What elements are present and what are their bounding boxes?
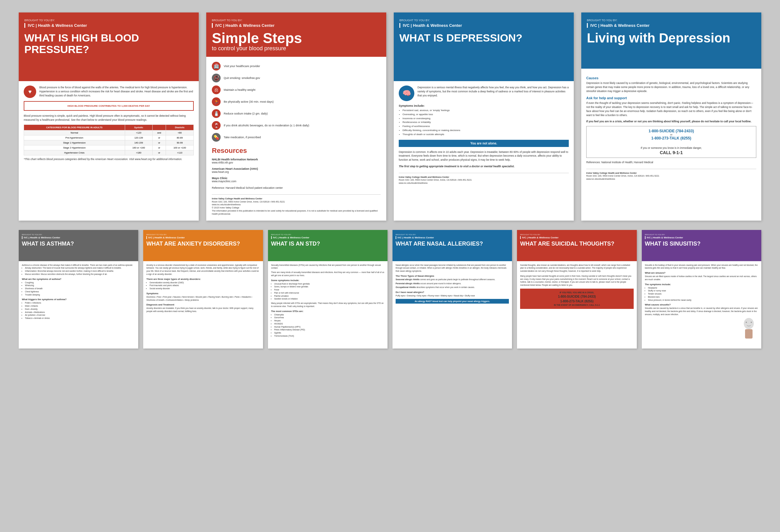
- dep-symptoms-title: Symptoms include:: [399, 104, 569, 107]
- not-alone-box: You are not alone.: [399, 140, 569, 147]
- dep-title: What Is Depression?: [399, 32, 568, 44]
- anxiety-type-1: Generalization anxiety disorder (GAD): [149, 281, 259, 284]
- svg-point-0: [744, 318, 754, 329]
- table-row: Stage 1 Hypertension140-159or90-99: [24, 140, 194, 145]
- sinusitis-causes: Sinusitis can be caused by bacteria in a…: [645, 307, 758, 316]
- symptom-5: Feeling of worthlessness: [402, 125, 569, 129]
- resource-2: American Heart Association (AHA) www.hea…: [212, 167, 381, 174]
- table-row: Normal<120and<80: [24, 130, 194, 135]
- std-common-7: Syphilis: [274, 331, 384, 335]
- living-reference: References: National Institute of Health…: [586, 160, 756, 164]
- sinusitis-type-1: Headache: [648, 286, 758, 290]
- std-logo: IVC | Health & Wellness Center: [271, 236, 384, 239]
- std-sym-4: Pain or itch with intercourse: [274, 291, 384, 295]
- living-footer-web: www.ivc.edu/student/wellness: [586, 178, 756, 181]
- step-icon-4: 🏃: [212, 97, 221, 106]
- resource-1-name: NHLBI Health Information Network: [212, 158, 381, 161]
- steps-logo: IVC | Health & Wellness Center: [212, 23, 381, 28]
- step-label-7: Take medication, if prescribed: [224, 136, 261, 139]
- hbp-body-text: Blood pressure is the force of blood aga…: [39, 86, 194, 97]
- causes-heading: Causes: [586, 76, 756, 80]
- living-title: Living with Depression: [587, 31, 755, 45]
- symptom-1: Persistent sad, anxious, or 'empty' feel…: [402, 109, 569, 113]
- steps-title: Simple Steps: [212, 31, 381, 45]
- living-body: Causes Depression is most likely caused …: [581, 69, 761, 185]
- asthma-sym-3: Shortness of breath: [25, 287, 135, 290]
- asthma-sym-5: Trouble sleeping: [25, 293, 135, 296]
- nasal-fast-box: An allergy RAST blood test can help pinp…: [396, 299, 509, 304]
- std-common-3: Herpes: [274, 319, 384, 322]
- panel-anxiety: BROUGHT TO YOU BY: IVC | Health & Wellne…: [143, 230, 263, 348]
- asthma-parts-list: Airway obstruction: The band of muscle t…: [22, 267, 135, 276]
- bottom-row: BROUGHT TO YOU BY: IVC | Health & Wellne…: [19, 230, 761, 348]
- std-fact: Many people infected with STDs are asymp…: [271, 302, 384, 308]
- panel-depression: BROUGHT TO YOU BY: IVC | Health & Wellne…: [394, 12, 574, 221]
- hbp-body: ♥ Blood pressure is the force of blood a…: [19, 81, 199, 165]
- std-sym-5: Painful urination: [274, 295, 384, 298]
- steps-footer-web: www.ivc.edu/student/wellness: [212, 203, 381, 206]
- dep-logo: IVC | Health & Wellness Center: [399, 23, 568, 28]
- col-diastolic: Diastolic: [166, 125, 194, 130]
- hbp-red-box-text: HIGH BLOOD PRESSURE CONTRIBUTES TO 1,000…: [28, 104, 190, 108]
- sinus-diagram-icon: [739, 318, 758, 340]
- table-row: Stage 2 Hypertension160 or >160or100 or …: [24, 145, 194, 150]
- trigger-3: Dust • Anxiety: [25, 308, 135, 311]
- hbp-brought-by: BROUGHT TO YOU BY:: [25, 19, 193, 22]
- std-def: Sexually transmitted diseases (STDs) are…: [271, 264, 384, 270]
- symptom-4: Restlessness or irritability: [402, 120, 569, 125]
- living-footer-addr: Room SSC 100, 5500 Irvine Center Drive, …: [586, 175, 756, 178]
- symptom-3: Insomnia or oversleeping: [402, 117, 569, 121]
- suicidal-body: Suicidal thoughts, also known as suicida…: [517, 261, 636, 313]
- nasal-logo: IVC | Health & Wellness Center: [396, 236, 509, 239]
- asthma-sym-1: Coughing: [25, 281, 135, 284]
- steps-footer-disclaimer: The information provided in this publica…: [212, 209, 381, 215]
- std-common-1: Chlamydia: [274, 313, 384, 317]
- nasal-type3: Occupational rhinitis describes symptoms…: [396, 286, 509, 289]
- dep-symptoms-section: Symptoms include: Persistent sad, anxiou…: [399, 104, 569, 137]
- suicidal-brought-by: BROUGHT TO YOU BY:: [520, 234, 633, 236]
- step-label-1: Visit your healthcare provider: [224, 64, 260, 68]
- nasal-type1: Seasonal allergic rhinitis comes and goe…: [396, 278, 509, 281]
- crisis-box: 1-800-SUICIDE (784-2433) or 1-800-273-TA…: [586, 126, 756, 158]
- panel-sinusitis: BROUGHT TO YOU BY: IVC | Health & Wellne…: [642, 230, 761, 348]
- table-header-row: CATEGORIES FOR BLOOD PRESSURE IN ADULTS …: [24, 125, 194, 130]
- step-label-6: If you drink alcoholic beverages, do so …: [224, 124, 309, 127]
- asthma-part-3: Mucus secretion: Mucus secretion obstruc…: [25, 273, 135, 276]
- std-symptoms-heading: Some symptoms include:: [271, 279, 384, 282]
- hbp-intro: ♥ Blood pressure is the force of blood a…: [24, 86, 194, 98]
- steps-header: BROUGHT TO YOU BY: IVC | Health & Wellne…: [206, 12, 386, 57]
- sinusitis-causes-heading: What causes sinusitis?: [645, 303, 758, 306]
- resource-3-url: www.mayoclinic.com: [212, 180, 381, 183]
- std-sym-6: Swollen tonsils or irritation: [274, 297, 384, 300]
- nasal-symptoms: Puffy eyes • Sneezing • Itchy eyes • Run…: [396, 294, 509, 297]
- anxiety-logo: IVC | Health & Wellness Center: [146, 236, 259, 239]
- std-more: There are many kinds of sexually transmi…: [271, 271, 384, 277]
- step-icon-5: 🧂: [212, 109, 221, 118]
- suicidal-or: 1-800-273-TALK (8255): [523, 299, 631, 304]
- dep-first-step: The first step to getting appropriate tr…: [399, 164, 569, 168]
- steps-reference: Reference: Harvard Medical School patien…: [212, 186, 381, 190]
- resource-3: Mayo Clinic www.mayoclinic.com: [212, 177, 381, 183]
- panel-asthma: BROUGHT TO YOU BY: IVC | Health & Wellne…: [19, 230, 138, 348]
- anxiety-brought-by: BROUGHT TO YOU BY:: [146, 234, 259, 236]
- hbp-red-box: HIGH BLOOD PRESSURE CONTRIBUTES TO 1,000…: [24, 101, 194, 111]
- hbp-screening-text: Blood pressure screening is simple, quic…: [24, 114, 194, 122]
- suicidal-header: BROUGHT TO YOU BY: IVC | Health & Wellne…: [517, 230, 636, 261]
- std-brought-by: BROUGHT TO YOU BY:: [271, 234, 384, 236]
- nasal-fast-text: An allergy RAST blood test can help pinp…: [415, 300, 490, 302]
- sinusitis-types-heading: The symptoms include:: [645, 283, 758, 286]
- living-brought-by: BROUGHT TO YOU BY:: [587, 19, 755, 22]
- step-icon-1: 🏥: [212, 62, 221, 70]
- steps-body: 🏥 Visit your healthcare provider 🚭 Quit …: [206, 57, 386, 221]
- step-5: 🧂 Reduce sodium intake (2 gm. daily): [212, 109, 381, 118]
- resources-title: Resources: [212, 147, 381, 155]
- brain-icon: 🧠: [399, 86, 415, 101]
- panel-std: BROUGHT TO YOU BY: IVC | Health & Wellne…: [268, 230, 388, 348]
- symptom-6: Difficulty thinking, concentrating or ma…: [402, 129, 569, 133]
- resource-1: NHLBI Health Information Network www.nhl…: [212, 158, 381, 164]
- anxiety-diag-text: Anxiety disorders are treatable. If you …: [146, 307, 259, 313]
- sinusitis-logo: IVC | Health & Wellness Center: [645, 236, 758, 239]
- asthma-sym-4: Chest tightness: [25, 290, 135, 293]
- std-common-6: Pelvic Inflammatory Disease (PID): [274, 328, 384, 331]
- dep-footer: Irvine Valley College Health and Wellnes…: [399, 173, 569, 185]
